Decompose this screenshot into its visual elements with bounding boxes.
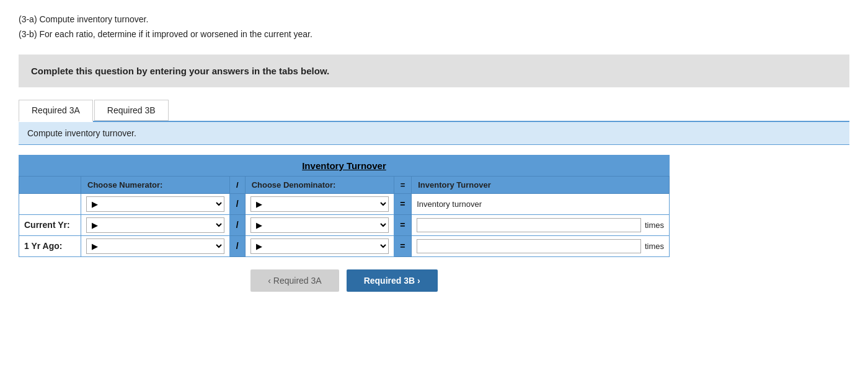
prev-chevron: ‹: [268, 276, 271, 286]
result-cell-2[interactable]: times: [412, 235, 670, 256]
header-result: Inventory Turnover: [412, 176, 670, 193]
equals-1: =: [394, 214, 412, 235]
unit-label-1yr-ago: times: [645, 242, 664, 251]
result-cell-0: Inventory turnover: [412, 193, 670, 214]
header-equals: =: [394, 176, 412, 193]
denominator-select-2[interactable]: ▶: [245, 235, 394, 256]
row-label-0: [19, 193, 81, 214]
equals-0: =: [394, 193, 412, 214]
prev-button[interactable]: ‹ Required 3A: [250, 269, 339, 292]
result-input-current-yr[interactable]: [417, 218, 641, 232]
header-numerator: Choose Numerator:: [81, 176, 230, 193]
row-label-1yr-ago: 1 Yr Ago:: [19, 235, 81, 256]
divider-2: /: [230, 235, 246, 256]
denominator-dropdown-1yr-ago[interactable]: ▶: [250, 238, 389, 254]
unit-label-current-yr: times: [645, 221, 664, 230]
numerator-select-2[interactable]: ▶: [81, 235, 230, 256]
table-header-row: Choose Numerator: / Choose Denominator: …: [19, 176, 670, 193]
tab-content-label: Compute inventory turnover.: [19, 122, 849, 145]
next-chevron: ›: [417, 276, 420, 286]
nav-buttons: ‹ Required 3A Required 3B ›: [19, 269, 670, 292]
table-row: 1 Yr Ago: ▶ / ▶ = times: [19, 235, 670, 256]
prev-label: Required 3A: [273, 276, 322, 286]
tabs-container: Required 3A Required 3B: [19, 100, 849, 122]
numerator-dropdown-1yr-ago[interactable]: ▶: [86, 238, 224, 254]
tab-required-3b[interactable]: Required 3B: [94, 100, 169, 121]
equals-2: =: [394, 235, 412, 256]
row-label-current-yr: Current Yr:: [19, 214, 81, 235]
table-wrapper: Inventory Turnover Choose Numerator: / C…: [19, 155, 670, 257]
denominator-select-0[interactable]: ▶: [245, 193, 394, 214]
instruction-line-2: (3-b) For each ratio, determine if it im…: [19, 27, 849, 42]
next-label: Required 3B: [364, 276, 415, 286]
table-row: ▶ / ▶ = Inventory turnover: [19, 193, 670, 214]
tab-required-3a[interactable]: Required 3A: [19, 100, 93, 122]
divider-0: /: [230, 193, 246, 214]
table-title: Inventory Turnover: [302, 160, 386, 171]
header-divider: /: [230, 176, 246, 193]
result-cell-1[interactable]: times: [412, 214, 670, 235]
table-title-row: Inventory Turnover: [19, 155, 670, 176]
inventory-turnover-table: Inventory Turnover Choose Numerator: / C…: [19, 155, 670, 257]
table-row: Current Yr: ▶ / ▶ = times: [19, 214, 670, 235]
next-button[interactable]: Required 3B ›: [347, 269, 438, 292]
header-denominator: Choose Denominator:: [245, 176, 394, 193]
header-empty: [19, 176, 81, 193]
numerator-select-0[interactable]: ▶: [81, 193, 230, 214]
divider-1: /: [230, 214, 246, 235]
denominator-select-1[interactable]: ▶: [245, 214, 394, 235]
numerator-dropdown-current-yr[interactable]: ▶: [86, 217, 224, 233]
result-input-1yr-ago[interactable]: [417, 239, 641, 253]
complete-box: Complete this question by entering your …: [19, 55, 849, 87]
result-text-0: Inventory turnover: [417, 198, 482, 211]
instructions: (3-a) Compute inventory turnover. (3-b) …: [19, 12, 849, 42]
denominator-dropdown-current-yr[interactable]: ▶: [250, 217, 389, 233]
numerator-dropdown-0[interactable]: ▶: [86, 196, 224, 212]
instruction-line-1: (3-a) Compute inventory turnover.: [19, 12, 849, 27]
numerator-select-1[interactable]: ▶: [81, 214, 230, 235]
denominator-dropdown-0[interactable]: ▶: [250, 196, 389, 212]
